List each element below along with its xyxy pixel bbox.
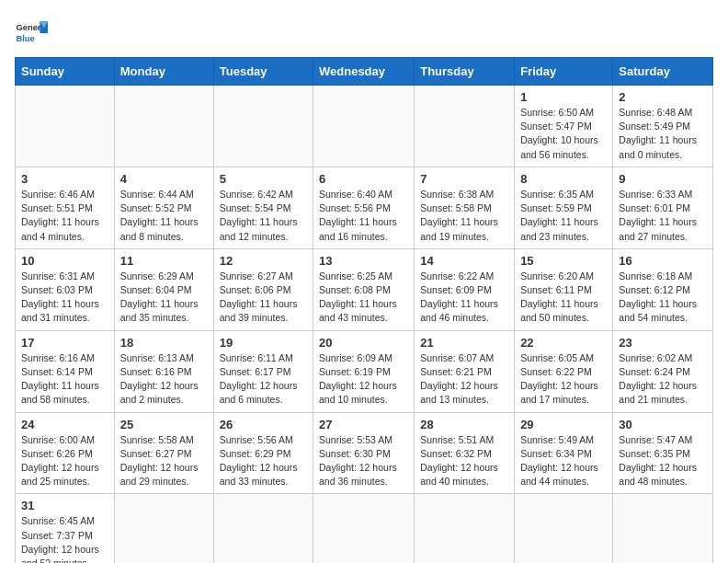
- calendar-cell: 16Sunrise: 6:18 AMSunset: 6:12 PMDayligh…: [613, 248, 713, 330]
- calendar-cell: [213, 86, 313, 167]
- day-number: 6: [319, 172, 408, 186]
- day-number: 15: [520, 254, 607, 268]
- calendar-cell: [415, 86, 515, 167]
- day-number: 21: [420, 336, 508, 350]
- calendar-cell: 6Sunrise: 6:40 AMSunset: 5:56 PMDaylight…: [313, 167, 415, 248]
- calendar-cell: 3Sunrise: 6:46 AMSunset: 5:51 PMDaylight…: [16, 167, 115, 248]
- calendar-cell: 15Sunrise: 6:20 AMSunset: 6:11 PMDayligh…: [515, 248, 613, 330]
- day-info: Sunrise: 6:16 AMSunset: 6:14 PMDaylight:…: [21, 351, 108, 408]
- day-info: Sunrise: 6:48 AMSunset: 5:49 PMDaylight:…: [619, 106, 707, 162]
- calendar-cell: 18Sunrise: 6:13 AMSunset: 6:16 PMDayligh…: [114, 330, 213, 412]
- calendar-week-5: 24Sunrise: 6:00 AMSunset: 6:26 PMDayligh…: [16, 412, 713, 494]
- day-number: 28: [420, 418, 508, 431]
- calendar-cell: 19Sunrise: 6:11 AMSunset: 6:17 PMDayligh…: [213, 330, 313, 412]
- day-number: 10: [21, 254, 108, 268]
- calendar-week-1: 1Sunrise: 6:50 AMSunset: 5:47 PMDaylight…: [16, 86, 713, 167]
- day-number: 11: [120, 254, 208, 268]
- calendar-cell: [114, 86, 213, 167]
- day-info: Sunrise: 6:50 AMSunset: 5:47 PMDaylight:…: [520, 106, 607, 162]
- day-number: 3: [21, 172, 108, 186]
- day-info: Sunrise: 6:31 AMSunset: 6:03 PMDaylight:…: [21, 270, 108, 326]
- day-number: 23: [619, 336, 707, 350]
- general-blue-logo-icon: General Blue: [15, 15, 48, 48]
- day-number: 24: [21, 418, 108, 431]
- calendar-cell: 4Sunrise: 6:44 AMSunset: 5:52 PMDaylight…: [114, 167, 213, 248]
- calendar-cell: 24Sunrise: 6:00 AMSunset: 6:26 PMDayligh…: [16, 412, 115, 494]
- day-number: 2: [619, 90, 707, 104]
- day-info: Sunrise: 6:13 AMSunset: 6:16 PMDaylight:…: [120, 351, 208, 408]
- header: General Blue: [15, 15, 713, 48]
- calendar-header-tuesday: Tuesday: [213, 58, 313, 86]
- calendar-week-6: 31Sunrise: 6:45 AMSunset: 7:37 PMDayligh…: [16, 494, 713, 563]
- logo: General Blue: [15, 15, 48, 48]
- calendar-week-2: 3Sunrise: 6:46 AMSunset: 5:51 PMDaylight…: [16, 167, 713, 248]
- day-number: 27: [319, 418, 408, 431]
- day-number: 20: [319, 336, 408, 350]
- day-number: 13: [319, 254, 408, 268]
- day-info: Sunrise: 6:33 AMSunset: 6:01 PMDaylight:…: [619, 188, 707, 244]
- calendar-cell: 21Sunrise: 6:07 AMSunset: 6:21 PMDayligh…: [415, 330, 515, 412]
- day-info: Sunrise: 6:05 AMSunset: 6:22 PMDaylight:…: [520, 351, 607, 408]
- calendar-cell: [415, 494, 515, 563]
- day-info: Sunrise: 6:45 AMSunset: 7:37 PMDaylight:…: [21, 514, 108, 563]
- day-info: Sunrise: 6:29 AMSunset: 6:04 PMDaylight:…: [120, 270, 208, 326]
- calendar-cell: 10Sunrise: 6:31 AMSunset: 6:03 PMDayligh…: [16, 248, 115, 330]
- calendar-cell: 13Sunrise: 6:25 AMSunset: 6:08 PMDayligh…: [313, 248, 415, 330]
- calendar-header-thursday: Thursday: [415, 58, 515, 86]
- calendar-cell: [613, 494, 713, 563]
- calendar-cell: 29Sunrise: 5:49 AMSunset: 6:34 PMDayligh…: [515, 412, 613, 494]
- day-number: 1: [520, 90, 607, 104]
- day-info: Sunrise: 6:42 AMSunset: 5:54 PMDaylight:…: [220, 188, 307, 244]
- svg-text:Blue: Blue: [16, 34, 34, 43]
- day-info: Sunrise: 5:53 AMSunset: 6:30 PMDaylight:…: [319, 433, 408, 489]
- day-info: Sunrise: 6:40 AMSunset: 5:56 PMDaylight:…: [319, 188, 408, 244]
- calendar-week-3: 10Sunrise: 6:31 AMSunset: 6:03 PMDayligh…: [16, 248, 713, 330]
- day-info: Sunrise: 6:22 AMSunset: 6:09 PMDaylight:…: [420, 270, 508, 326]
- day-number: 29: [520, 418, 607, 431]
- calendar-cell: [16, 86, 115, 167]
- calendar-cell: 7Sunrise: 6:38 AMSunset: 5:58 PMDaylight…: [415, 167, 515, 248]
- day-number: 25: [120, 418, 208, 431]
- day-number: 30: [619, 418, 707, 431]
- day-number: 18: [120, 336, 208, 350]
- day-info: Sunrise: 5:58 AMSunset: 6:27 PMDaylight:…: [120, 433, 208, 489]
- day-info: Sunrise: 6:11 AMSunset: 6:17 PMDaylight:…: [220, 351, 307, 408]
- calendar-header-wednesday: Wednesday: [313, 58, 415, 86]
- calendar-cell: [313, 494, 415, 563]
- day-info: Sunrise: 6:02 AMSunset: 6:24 PMDaylight:…: [619, 351, 707, 408]
- calendar-header-row: SundayMondayTuesdayWednesdayThursdayFrid…: [16, 58, 713, 86]
- day-info: Sunrise: 6:46 AMSunset: 5:51 PMDaylight:…: [21, 188, 108, 244]
- day-number: 8: [520, 172, 607, 186]
- calendar-cell: 23Sunrise: 6:02 AMSunset: 6:24 PMDayligh…: [613, 330, 713, 412]
- day-number: 12: [220, 254, 307, 268]
- day-info: Sunrise: 6:07 AMSunset: 6:21 PMDaylight:…: [420, 351, 508, 408]
- calendar: SundayMondayTuesdayWednesdayThursdayFrid…: [15, 57, 713, 563]
- calendar-cell: 9Sunrise: 6:33 AMSunset: 6:01 PMDaylight…: [613, 167, 713, 248]
- calendar-cell: 26Sunrise: 5:56 AMSunset: 6:29 PMDayligh…: [213, 412, 313, 494]
- calendar-cell: 25Sunrise: 5:58 AMSunset: 6:27 PMDayligh…: [114, 412, 213, 494]
- day-info: Sunrise: 5:51 AMSunset: 6:32 PMDaylight:…: [420, 433, 508, 489]
- calendar-cell: 8Sunrise: 6:35 AMSunset: 5:59 PMDaylight…: [515, 167, 613, 248]
- day-info: Sunrise: 5:56 AMSunset: 6:29 PMDaylight:…: [220, 433, 307, 489]
- day-info: Sunrise: 6:20 AMSunset: 6:11 PMDaylight:…: [520, 270, 607, 326]
- calendar-cell: 27Sunrise: 5:53 AMSunset: 6:30 PMDayligh…: [313, 412, 415, 494]
- calendar-header-sunday: Sunday: [16, 58, 115, 86]
- day-number: 17: [21, 336, 108, 350]
- calendar-cell: 22Sunrise: 6:05 AMSunset: 6:22 PMDayligh…: [515, 330, 613, 412]
- day-info: Sunrise: 6:18 AMSunset: 6:12 PMDaylight:…: [619, 270, 707, 326]
- day-number: 26: [220, 418, 307, 431]
- calendar-cell: 2Sunrise: 6:48 AMSunset: 5:49 PMDaylight…: [613, 86, 713, 167]
- day-info: Sunrise: 6:27 AMSunset: 6:06 PMDaylight:…: [220, 270, 307, 326]
- calendar-cell: 28Sunrise: 5:51 AMSunset: 6:32 PMDayligh…: [415, 412, 515, 494]
- day-info: Sunrise: 5:47 AMSunset: 6:35 PMDaylight:…: [619, 433, 707, 489]
- day-number: 9: [619, 172, 707, 186]
- calendar-week-4: 17Sunrise: 6:16 AMSunset: 6:14 PMDayligh…: [16, 330, 713, 412]
- day-info: Sunrise: 6:38 AMSunset: 5:58 PMDaylight:…: [420, 188, 508, 244]
- calendar-cell: 12Sunrise: 6:27 AMSunset: 6:06 PMDayligh…: [213, 248, 313, 330]
- day-info: Sunrise: 6:09 AMSunset: 6:19 PMDaylight:…: [319, 351, 408, 408]
- day-number: 31: [21, 499, 108, 512]
- calendar-cell: 14Sunrise: 6:22 AMSunset: 6:09 PMDayligh…: [415, 248, 515, 330]
- calendar-cell: [515, 494, 613, 563]
- calendar-cell: 17Sunrise: 6:16 AMSunset: 6:14 PMDayligh…: [16, 330, 115, 412]
- day-info: Sunrise: 6:00 AMSunset: 6:26 PMDaylight:…: [21, 433, 108, 489]
